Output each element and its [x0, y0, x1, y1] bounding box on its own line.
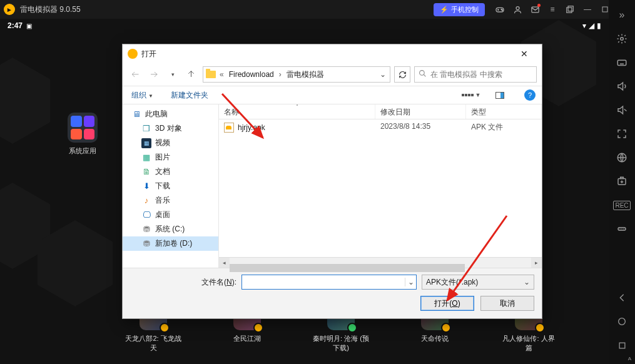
tree-item-3[interactable]: ▦图片	[123, 150, 218, 164]
language-icon[interactable]: A	[609, 146, 635, 169]
multi-window-icon[interactable]	[561, 0, 579, 19]
file-list-pane: 名称˄ 修改日期 类型 hjrjy.apk2023/8/8 14:35APK 文…	[219, 104, 542, 268]
dialog-app-icon	[128, 49, 138, 59]
volume-down-icon[interactable]	[609, 99, 635, 121]
breadcrumb-root-icon[interactable]	[203, 71, 218, 78]
tree-item-label: 视频	[155, 138, 170, 148]
tree-item-7[interactable]: 🖵桌面	[123, 208, 218, 222]
chevron-down-icon: ⌄	[524, 278, 530, 286]
nav-back-button[interactable]: 🡠	[128, 67, 143, 82]
column-header-date[interactable]: 修改日期	[375, 104, 466, 119]
tree-item-label: 新加卷 (D:)	[155, 238, 192, 249]
minimize-icon[interactable]: —	[579, 0, 596, 19]
filename-input[interactable]	[242, 278, 405, 286]
svg-rect-11	[617, 60, 626, 65]
svg-point-4	[502, 10, 502, 11]
android-home-icon[interactable]	[609, 310, 635, 333]
keyboard-icon[interactable]	[609, 51, 635, 74]
file-row-0[interactable]: hjrjy.apk2023/8/8 14:35APK 文件	[219, 119, 542, 135]
dialog-nav-row: 🡠 🡢 ▾ 🡡 « Firedownload › 雷电模拟器 ⌄	[123, 63, 542, 86]
tree-vid-icon: ▦	[141, 138, 151, 148]
more-icon[interactable]	[609, 218, 635, 240]
column-header-type[interactable]: 类型	[466, 104, 542, 119]
settings-gear-icon[interactable]	[609, 28, 635, 50]
game-label: 天命传说	[407, 334, 463, 343]
scroll-thumb[interactable]	[230, 264, 465, 272]
phone-control-button[interactable]: ⚡ 手机控制	[434, 3, 485, 16]
tree-item-8[interactable]: ⛃系统 (C:)	[123, 222, 218, 236]
search-input[interactable]	[430, 70, 532, 79]
phone-control-label: 手机控制	[451, 5, 479, 14]
account-icon[interactable]	[509, 0, 526, 19]
tree-item-6[interactable]: ♪音乐	[123, 193, 218, 208]
new-folder-button[interactable]: 新建文件夹	[168, 89, 211, 102]
scroll-right-button[interactable]: ▸	[531, 258, 542, 268]
android-recents-icon[interactable]	[609, 334, 635, 356]
filename-history-dropdown[interactable]: ⌄	[405, 278, 416, 286]
nav-forward-button[interactable]: 🡢	[146, 67, 161, 82]
tree-mus-icon: ♪	[141, 196, 151, 206]
system-apps-label: 系统应用	[68, 146, 98, 156]
svg-rect-7	[568, 6, 573, 11]
tree-drv-icon: ⛃	[141, 225, 151, 235]
help-button[interactable]: ?	[524, 89, 536, 101]
statusbar-app-icon: ▣	[26, 23, 32, 29]
tree-drv-icon: ⛃	[141, 239, 151, 249]
file-list-rows[interactable]: hjrjy.apk2023/8/8 14:35APK 文件	[219, 119, 542, 257]
folder-tree[interactable]: 🖥此电脑❒3D 对象▦视频▦图片🗎文档⬇下载♪音乐🖵桌面⛃系统 (C:)⛃新加卷…	[123, 104, 219, 268]
wifi-icon: ▾	[582, 21, 586, 30]
svg-rect-9	[602, 7, 607, 12]
column-header-name[interactable]: 名称˄	[219, 104, 375, 119]
volume-up-icon[interactable]	[609, 75, 635, 98]
download-badge-icon	[535, 323, 545, 333]
tree-item-2[interactable]: ▦视频	[123, 136, 218, 150]
tree-img-icon: ▦	[141, 153, 151, 163]
open-button[interactable]: 打开(O)	[420, 296, 474, 311]
signal-icon: ◢	[589, 21, 594, 30]
cancel-button[interactable]: 取消	[480, 296, 534, 311]
nav-up-button[interactable]: 🡡	[184, 67, 199, 82]
scroll-left-button[interactable]: ◂	[219, 258, 230, 268]
file-date: 2023/8/8 14:35	[375, 122, 466, 133]
fullscreen-icon[interactable]	[609, 123, 635, 145]
tree-item-1[interactable]: ❒3D 对象	[123, 121, 218, 136]
breadcrumb-dropdown[interactable]: ⌄	[376, 70, 390, 79]
mail-icon[interactable]	[526, 0, 544, 19]
view-mode-button[interactable]: ▼	[463, 88, 479, 102]
screenshot-icon[interactable]	[609, 170, 635, 193]
android-back-icon[interactable]	[609, 286, 635, 309]
gamepad-icon[interactable]	[491, 0, 509, 19]
menu-icon[interactable]: ≡	[544, 0, 561, 19]
preview-pane-button[interactable]	[492, 88, 508, 102]
nav-recent-dropdown[interactable]: ▾	[165, 67, 180, 82]
tree-item-9[interactable]: ⛃新加卷 (D:)	[123, 236, 218, 251]
tree-pc-icon: 🖥	[131, 109, 141, 119]
organize-menu[interactable]: 组织▼	[129, 89, 156, 102]
breadcrumb-bar[interactable]: « Firedownload › 雷电模拟器 ⌄	[203, 66, 390, 83]
app-titlebar: ▸ 雷电模拟器 9.0.55 ⚡ 手机控制 ≡ — ✕	[0, 0, 635, 19]
svg-point-24	[623, 228, 624, 230]
file-list-header[interactable]: 名称˄ 修改日期 类型	[219, 104, 542, 119]
right-sidebar: » A REC	[609, 0, 635, 364]
record-icon[interactable]: REC	[609, 194, 635, 216]
svg-point-22	[619, 228, 621, 230]
dialog-toolbar: 组织▼ 新建文件夹 ▼ ?	[123, 86, 542, 104]
tree-doc-icon: 🗎	[141, 167, 151, 177]
breadcrumb-item-1[interactable]: 雷电模拟器	[283, 69, 328, 80]
collapse-sidebar-icon[interactable]: »	[609, 4, 635, 26]
tree-item-5[interactable]: ⬇下载	[123, 179, 218, 193]
dialog-close-button[interactable]: ✕	[512, 45, 537, 63]
tree-item-label: 音乐	[155, 195, 170, 206]
horizontal-scrollbar[interactable]: ◂ ▸	[219, 257, 542, 268]
desktop-app-system[interactable]: 系统应用	[68, 113, 98, 156]
tree-item-4[interactable]: 🗎文档	[123, 164, 218, 179]
file-open-dialog: 打开 ✕ 🡠 🡢 ▾ 🡡 « Firedownload › 雷电模拟器 ⌄ 组织…	[122, 44, 542, 319]
search-box[interactable]	[414, 66, 537, 83]
tree-item-0[interactable]: 🖥此电脑	[123, 107, 218, 121]
filename-combobox[interactable]: ⌄	[241, 275, 417, 290]
statusbar-time: 2:47	[8, 21, 23, 30]
tree-item-label: 文档	[155, 166, 170, 177]
breadcrumb-item-0[interactable]: Firedownload	[225, 70, 278, 79]
refresh-button[interactable]	[394, 66, 410, 83]
file-type-filter[interactable]: APK文件(*.apk) ⌄	[422, 275, 534, 290]
